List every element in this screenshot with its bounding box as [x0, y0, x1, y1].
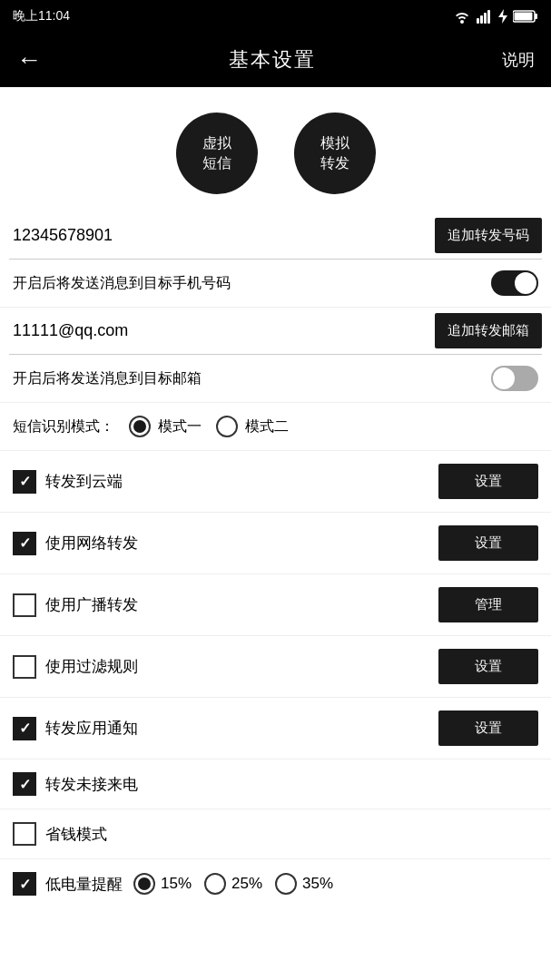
battery-icon [513, 9, 538, 24]
checkbox-row-broadcast-forward: 使用广播转发 管理 [0, 574, 551, 636]
network-forward-btn[interactable]: 设置 [438, 525, 538, 561]
battery-35-option[interactable]: 35% [275, 873, 333, 895]
svg-marker-4 [498, 9, 507, 24]
mode1-label: 模式一 [158, 417, 202, 436]
battery-remind-label: 低电量提醒 [45, 874, 123, 895]
mode2-option[interactable]: 模式二 [216, 416, 289, 437]
battery-35-label: 35% [302, 875, 333, 893]
email-input-row: 追加转发邮箱 [9, 308, 542, 355]
battery-15-option[interactable]: 15% [133, 873, 192, 895]
status-icons [453, 9, 538, 24]
broadcast-forward-checkbox[interactable] [13, 593, 36, 617]
charging-icon [498, 9, 507, 24]
broadcast-forward-label: 使用广播转发 [45, 594, 138, 615]
battery-15-label: 15% [161, 875, 192, 893]
app-notify-checkbox[interactable] [13, 717, 36, 740]
battery-15-radio[interactable] [133, 873, 155, 895]
network-forward-checkbox[interactable] [13, 532, 36, 555]
app-notify-label: 转发应用通知 [45, 718, 138, 739]
header: ← 基本设置 说明 [0, 33, 551, 87]
phone-toggle-row: 开启后将发送消息到目标手机号码 [0, 260, 551, 308]
status-time: 晚上11:04 [13, 8, 70, 24]
svg-rect-3 [487, 10, 490, 24]
cloud-forward-label: 转发到云端 [45, 471, 123, 492]
broadcast-forward-btn[interactable]: 管理 [438, 587, 538, 622]
sms-mode-row: 短信识别模式： 模式一 模式二 [0, 403, 551, 451]
save-mode-label: 省钱模式 [45, 824, 107, 845]
sms-mode-label: 短信识别模式： [13, 417, 114, 436]
phone-toggle[interactable] [491, 270, 538, 296]
save-mode-checkbox[interactable] [13, 822, 36, 846]
phone-toggle-label: 开启后将发送消息到目标手机号码 [13, 274, 231, 293]
battery-options: 15% 25% 35% [133, 873, 538, 895]
checkbox-row-cloud-forward: 转发到云端 设置 [0, 451, 551, 513]
email-input[interactable] [9, 316, 435, 346]
filter-rules-checkbox[interactable] [13, 655, 36, 679]
add-email-button[interactable]: 追加转发邮箱 [435, 313, 542, 348]
checkbox-row-app-notify: 转发应用通知 设置 [0, 698, 551, 760]
checkbox-row-filter-rules: 使用过滤规则 设置 [0, 636, 551, 698]
mode1-radio[interactable] [129, 416, 151, 437]
app-notify-btn[interactable]: 设置 [438, 710, 538, 746]
mode1-option[interactable]: 模式一 [129, 416, 202, 437]
mode2-label: 模式二 [245, 417, 289, 436]
battery-25-option[interactable]: 25% [204, 873, 262, 895]
filter-rules-btn[interactable]: 设置 [438, 649, 538, 684]
help-button[interactable]: 说明 [502, 49, 535, 71]
add-phone-button[interactable]: 追加转发号码 [435, 218, 542, 253]
status-bar: 晚上11:04 [0, 0, 551, 33]
battery-25-label: 25% [231, 875, 262, 893]
battery-25-radio[interactable] [204, 873, 226, 895]
wifi-icon [453, 9, 471, 24]
filter-rules-label: 使用过滤规则 [45, 656, 138, 677]
phone-input[interactable] [9, 220, 435, 250]
svg-rect-0 [477, 18, 479, 24]
missed-call-label: 转发未接来电 [45, 774, 138, 795]
checkbox-row-missed-call: 转发未接来电 [0, 760, 551, 809]
cloud-forward-checkbox[interactable] [13, 470, 36, 494]
svg-rect-7 [515, 13, 533, 21]
back-button[interactable]: ← [16, 47, 42, 73]
battery-35-radio[interactable] [275, 873, 297, 895]
signal-icon [477, 9, 493, 24]
svg-rect-6 [535, 14, 537, 19]
battery-remind-checkbox[interactable] [13, 872, 36, 896]
missed-call-checkbox[interactable] [13, 772, 36, 796]
page-title: 基本设置 [229, 46, 316, 74]
mode2-radio[interactable] [216, 416, 238, 437]
network-forward-label: 使用网络转发 [45, 533, 138, 554]
svg-rect-2 [484, 13, 487, 24]
content: 虚拟短信 模拟转发 追加转发号码 开启后将发送消息到目标手机号码 追加转发邮箱 … [0, 87, 551, 908]
checkbox-row-network-forward: 使用网络转发 设置 [0, 513, 551, 574]
svg-rect-1 [480, 15, 483, 24]
top-buttons-row: 虚拟短信 模拟转发 [0, 87, 551, 212]
virtual-sms-button[interactable]: 虚拟短信 [176, 113, 258, 194]
cloud-forward-btn[interactable]: 设置 [438, 464, 538, 499]
email-toggle-row: 开启后将发送消息到目标邮箱 [0, 355, 551, 403]
phone-input-row: 追加转发号码 [9, 212, 542, 260]
email-toggle-label: 开启后将发送消息到目标邮箱 [13, 369, 202, 388]
battery-row: 低电量提醒 15% 25% 35% [0, 859, 551, 908]
email-toggle[interactable] [491, 366, 538, 391]
checkbox-row-save-mode: 省钱模式 [0, 809, 551, 859]
simulate-forward-button[interactable]: 模拟转发 [294, 113, 376, 194]
